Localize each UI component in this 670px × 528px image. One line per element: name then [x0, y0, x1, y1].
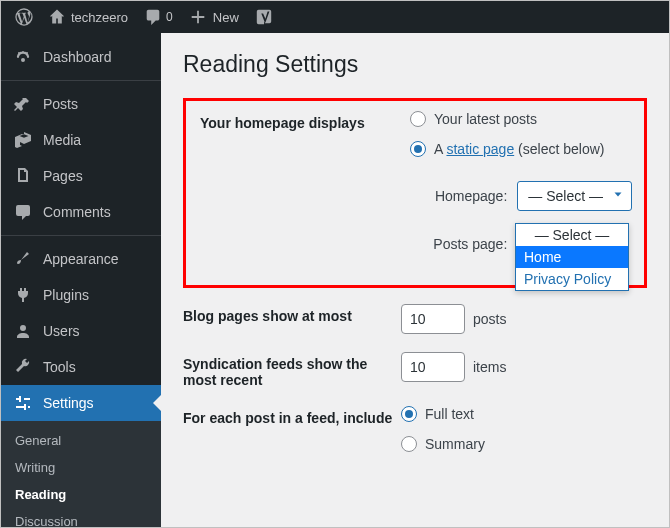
- yoast-icon: [255, 8, 273, 26]
- radio-static-page[interactable]: A static page (select below): [410, 141, 632, 157]
- radio-label: A static page (select below): [434, 141, 604, 157]
- homepage-select[interactable]: — Select —: [517, 181, 632, 211]
- syndication-suffix: items: [473, 359, 506, 375]
- radio-static-page-input[interactable]: [410, 141, 426, 157]
- blog-pages-label: Blog pages show at most: [183, 304, 401, 324]
- dropdown-option-home[interactable]: Home: [516, 246, 628, 268]
- radio-label: Full text: [425, 406, 474, 422]
- site-name-link[interactable]: techzeero: [41, 1, 136, 33]
- plus-icon: [189, 8, 207, 26]
- homepage-displays-label: Your homepage displays: [200, 111, 410, 131]
- homepage-dropdown-list: — Select — Home Privacy Policy: [515, 223, 629, 291]
- radio-summary-input[interactable]: [401, 436, 417, 452]
- sidebar-item-label: Plugins: [43, 287, 89, 303]
- radio-latest-posts-input[interactable]: [410, 111, 426, 127]
- sidebar-item-label: Settings: [43, 395, 94, 411]
- radio-latest-posts[interactable]: Your latest posts: [410, 111, 632, 127]
- radio-summary[interactable]: Summary: [401, 436, 647, 452]
- sidebar-item-dashboard[interactable]: Dashboard: [1, 39, 161, 75]
- blog-pages-suffix: posts: [473, 311, 506, 327]
- menu-separator: [1, 235, 161, 236]
- static-page-link[interactable]: static page: [446, 141, 514, 157]
- syndication-input[interactable]: [401, 352, 465, 382]
- sidebar-item-pages[interactable]: Pages: [1, 158, 161, 194]
- user-icon: [13, 321, 33, 341]
- content-area: Reading Settings Your homepage displays …: [161, 33, 669, 528]
- sidebar-item-label: Media: [43, 132, 81, 148]
- comment-icon: [144, 8, 162, 26]
- comments-icon: [13, 202, 33, 222]
- admin-sidebar: Dashboard Posts Media Pages Comments: [1, 33, 161, 528]
- postspage-select-label: Posts page:: [433, 236, 507, 252]
- comments-link[interactable]: 0: [136, 1, 181, 33]
- sliders-icon: [13, 393, 33, 413]
- comment-count: 0: [166, 10, 173, 24]
- wordpress-icon: [15, 8, 33, 26]
- homepage-select-label: Homepage:: [435, 188, 507, 204]
- sidebar-item-settings[interactable]: Settings: [1, 385, 161, 421]
- sidebar-item-users[interactable]: Users: [1, 313, 161, 349]
- sidebar-item-label: Posts: [43, 96, 78, 112]
- dropdown-option-placeholder[interactable]: — Select —: [516, 224, 628, 246]
- menu-separator: [1, 80, 161, 81]
- sidebar-item-label: Comments: [43, 204, 111, 220]
- page-icon: [13, 166, 33, 186]
- radio-label: Your latest posts: [434, 111, 537, 127]
- wp-logo[interactable]: [7, 1, 41, 33]
- feed-content-label: For each post in a feed, include: [183, 406, 401, 426]
- settings-submenu: General Writing Reading Discussion: [1, 421, 161, 528]
- syndication-label: Syndication feeds show the most recent: [183, 352, 401, 388]
- sidebar-item-label: Users: [43, 323, 80, 339]
- radio-full-text[interactable]: Full text: [401, 406, 647, 422]
- blog-pages-input[interactable]: [401, 304, 465, 334]
- sidebar-item-label: Dashboard: [43, 49, 112, 65]
- media-icon: [13, 130, 33, 150]
- brush-icon: [13, 249, 33, 269]
- admin-toolbar: techzeero 0 New: [1, 1, 669, 33]
- radio-full-text-input[interactable]: [401, 406, 417, 422]
- dropdown-option-privacy[interactable]: Privacy Policy: [516, 268, 628, 290]
- sidebar-item-label: Tools: [43, 359, 76, 375]
- dashboard-icon: [13, 47, 33, 67]
- sidebar-item-label: Pages: [43, 168, 83, 184]
- home-icon: [49, 9, 65, 25]
- radio-label: Summary: [425, 436, 485, 452]
- sidebar-item-posts[interactable]: Posts: [1, 86, 161, 122]
- submenu-item-discussion[interactable]: Discussion: [1, 508, 161, 528]
- sidebar-item-media[interactable]: Media: [1, 122, 161, 158]
- sidebar-item-label: Appearance: [43, 251, 119, 267]
- sidebar-item-appearance[interactable]: Appearance: [1, 241, 161, 277]
- new-label: New: [213, 10, 239, 25]
- new-content-link[interactable]: New: [181, 1, 247, 33]
- plug-icon: [13, 285, 33, 305]
- sidebar-item-comments[interactable]: Comments: [1, 194, 161, 230]
- page-title: Reading Settings: [183, 51, 647, 78]
- highlighted-section: Your homepage displays Your latest posts…: [183, 98, 647, 288]
- wrench-icon: [13, 357, 33, 377]
- site-name: techzeero: [71, 10, 128, 25]
- select-value: — Select —: [528, 188, 603, 204]
- sidebar-item-plugins[interactable]: Plugins: [1, 277, 161, 313]
- submenu-item-reading[interactable]: Reading: [1, 481, 161, 508]
- submenu-item-general[interactable]: General: [1, 427, 161, 454]
- yoast-link[interactable]: [247, 1, 281, 33]
- chevron-down-icon: [611, 188, 625, 205]
- sidebar-item-tools[interactable]: Tools: [1, 349, 161, 385]
- pin-icon: [13, 94, 33, 114]
- submenu-item-writing[interactable]: Writing: [1, 454, 161, 481]
